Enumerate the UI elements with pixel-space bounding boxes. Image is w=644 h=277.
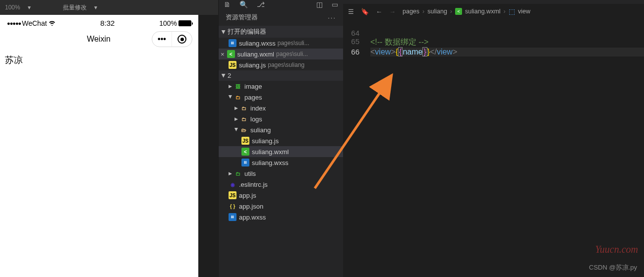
- tree-file-eslintrc[interactable]: ◉ .eslintrc.js: [219, 179, 343, 190]
- folder-icon: 🗀: [234, 93, 242, 101]
- chevron-down-icon: ▶: [234, 128, 239, 132]
- wifi-icon: [48, 19, 56, 27]
- chevron-right-icon: ▶: [229, 171, 233, 176]
- back-icon[interactable]: ←: [376, 8, 382, 15]
- tree-folder-logs[interactable]: ▶ 🗀 logs: [219, 113, 343, 124]
- forward-icon[interactable]: →: [389, 8, 396, 15]
- branch-icon[interactable]: ⎇: [257, 0, 265, 8]
- folder-label: logs: [250, 115, 262, 123]
- file-label: app.json: [239, 203, 263, 210]
- editor-tabs[interactable]: [343, 0, 644, 4]
- code-content[interactable]: [370, 29, 644, 37]
- tree-file-suliang-wxml[interactable]: < suliang.wxml: [219, 146, 343, 157]
- signal-dots-icon: ●●●●●: [7, 20, 21, 26]
- chevron-right-icon: ›: [450, 8, 452, 15]
- file-label: suliang.js: [252, 137, 279, 145]
- folder-label: image: [244, 83, 262, 90]
- clock-label: 8:32: [56, 19, 160, 27]
- search-icon[interactable]: 🔍: [239, 0, 248, 8]
- chevron-right-icon: ▶: [229, 84, 233, 89]
- line-number: 64: [343, 29, 370, 37]
- tree-file-suliang-js[interactable]: JS suliang.js: [219, 135, 343, 146]
- folder-icon: 🖼: [234, 82, 242, 90]
- file-path: pages\suli...: [276, 51, 308, 57]
- comment-close: -->: [418, 38, 428, 46]
- breadcrumb-part[interactable]: suliang: [427, 8, 447, 15]
- tree-folder-utils[interactable]: ▶ 🗀 utils: [219, 168, 343, 179]
- open-editors-label: 打开的编辑器: [228, 27, 266, 36]
- panel-icon[interactable]: ▭: [332, 0, 338, 8]
- folder-icon: 🗀: [234, 169, 242, 177]
- open-editors-list: ⌗ suliang.wxss pages\suli... × < suliang…: [219, 38, 343, 70]
- close-icon[interactable]: ×: [221, 51, 225, 58]
- chevron-right-icon: ›: [504, 8, 506, 15]
- close-icon[interactable]: [172, 32, 192, 47]
- code-content[interactable]: <!-- 数据绑定 -->: [370, 37, 644, 48]
- dropdown-icon[interactable]: ▾: [28, 4, 31, 11]
- tag-name: view: [437, 48, 453, 56]
- editor-toolbar: ☰ 🔖 ← → pages › suliang › < suliang.wxml…: [343, 4, 644, 19]
- symbol-icon: ⬚: [509, 7, 515, 15]
- tree-file-app-json[interactable]: { } app.json: [219, 201, 343, 212]
- wxss-icon: ⌗: [241, 159, 249, 166]
- explorer-title-row: 资源管理器 ···: [219, 9, 343, 26]
- js-icon: JS: [229, 61, 236, 69]
- chevron-down-icon: ▶: [228, 95, 233, 99]
- var-name: name: [403, 48, 422, 56]
- tree-folder-pages[interactable]: ▶ 🗀 pages: [219, 92, 343, 103]
- files-icon[interactable]: 🗎: [224, 0, 231, 8]
- file-path: pages\suli...: [278, 40, 309, 47]
- comment-open: <!--: [370, 38, 382, 46]
- tree-file-app-js[interactable]: JS app.js: [219, 190, 343, 201]
- body-text: 苏凉: [5, 55, 23, 65]
- open-editor-item[interactable]: × < suliang.wxml pages\suli...: [219, 49, 343, 59]
- list-icon[interactable]: ☰: [348, 8, 354, 15]
- open-editors-header[interactable]: ▶ 打开的编辑器: [219, 26, 343, 38]
- panel-icon[interactable]: ◫: [316, 0, 323, 8]
- wxss-icon: ⌗: [229, 39, 236, 47]
- open-editor-item[interactable]: JS suliang.js pages\suliang: [219, 59, 343, 70]
- file-tree: ▶ 🖼 image ▶ 🗀 pages ▶ 🗀 index ▶ 🗀 logs ▶…: [219, 81, 343, 222]
- more-icon[interactable]: •••: [152, 32, 172, 47]
- file-path: pages\suliang: [268, 61, 304, 68]
- code-area[interactable]: 64 65 <!-- 数据绑定 --> 66 <view>{{name}}</v…: [343, 19, 644, 56]
- comment-text: 数据绑定: [382, 38, 418, 46]
- explorer-panel: 🗎 🔍 ⎇ ◫ ▭ 资源管理器 ··· ▶ 打开的编辑器 ⌗ suliang.w…: [218, 0, 343, 277]
- breadcrumb-part[interactable]: suliang.wxml: [465, 8, 501, 15]
- wxss-icon: ⌗: [229, 213, 236, 221]
- code-line-current[interactable]: 66 <view>{{name}}</view>: [343, 48, 644, 56]
- breadcrumb[interactable]: pages › suliang › < suliang.wxml › ⬚ vie…: [403, 7, 530, 15]
- tree-file-app-wxss[interactable]: ⌗ app.wxss: [219, 212, 343, 222]
- bookmark-icon[interactable]: 🔖: [361, 8, 369, 15]
- file-label: app.js: [239, 192, 256, 199]
- workspace-root-header[interactable]: ▶ 2: [219, 70, 343, 81]
- capsule-button[interactable]: •••: [152, 31, 192, 47]
- carrier-label: WeChat: [22, 19, 47, 27]
- page-body: 苏凉: [0, 51, 198, 69]
- watermark-yuucn: Yuucn.com: [595, 244, 638, 255]
- chevron-down-icon: ▶: [221, 30, 227, 34]
- folder-icon: 🗀: [240, 115, 248, 123]
- tree-folder-image[interactable]: ▶ 🖼 image: [219, 81, 343, 92]
- root-label: 2: [228, 72, 231, 79]
- code-line[interactable]: 65 <!-- 数据绑定 -->: [343, 37, 644, 48]
- code-content[interactable]: <view>{{name}}</view>: [370, 48, 644, 56]
- folder-icon: 🗁: [240, 126, 248, 134]
- folder-label: index: [250, 105, 266, 112]
- breadcrumb-part[interactable]: pages: [403, 8, 419, 15]
- breadcrumb-part[interactable]: view: [518, 8, 530, 15]
- toolbar-label[interactable]: 批量修改: [63, 3, 87, 12]
- file-label: app.wxss: [239, 214, 266, 221]
- more-icon[interactable]: ···: [328, 14, 336, 21]
- chevron-right-icon: ▶: [234, 106, 238, 111]
- code-line[interactable]: 64: [343, 29, 644, 37]
- tree-folder-index[interactable]: ▶ 🗀 index: [219, 103, 343, 113]
- tree-file-suliang-wxss[interactable]: ⌗ suliang.wxss: [219, 157, 343, 168]
- dropdown-icon[interactable]: ▾: [94, 4, 97, 11]
- line-number: 65: [343, 37, 370, 48]
- eslint-icon: ◉: [229, 180, 236, 188]
- battery-pct: 100%: [159, 19, 177, 27]
- tree-folder-suliang[interactable]: ▶ 🗁 suliang: [219, 124, 343, 135]
- open-editor-item[interactable]: ⌗ suliang.wxss pages\suli...: [219, 38, 343, 49]
- folder-label: utils: [244, 170, 256, 177]
